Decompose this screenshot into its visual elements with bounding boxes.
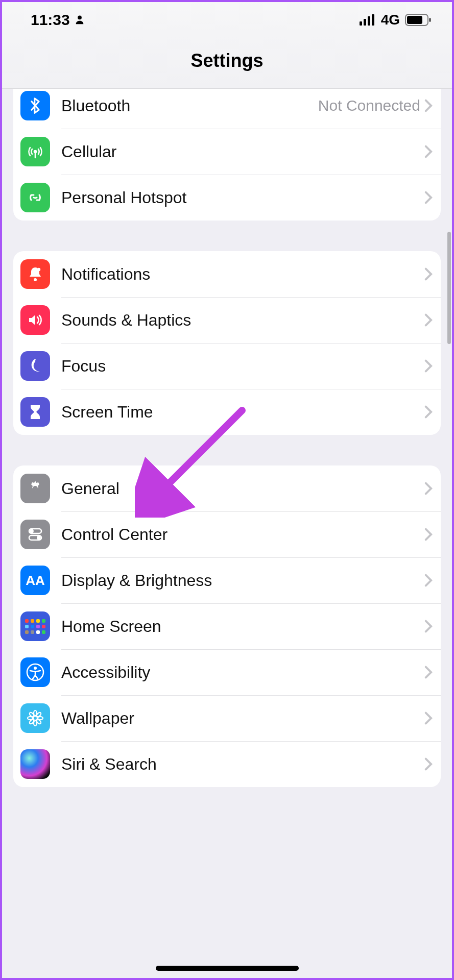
bluetooth-icon xyxy=(20,91,50,120)
page-title: Settings xyxy=(190,50,263,71)
svg-point-17 xyxy=(34,667,37,670)
settings-group-general: General Control Center AA Display & Brig… xyxy=(13,465,441,787)
row-wallpaper[interactable]: Wallpaper xyxy=(13,695,441,741)
chevron-right-icon xyxy=(424,145,433,158)
row-sounds[interactable]: Sounds & Haptics xyxy=(13,297,441,343)
row-siri[interactable]: Siri & Search xyxy=(13,741,441,787)
row-label: Display & Brightness xyxy=(61,571,424,590)
person-icon xyxy=(74,14,85,26)
speaker-icon xyxy=(20,305,50,335)
chevron-right-icon xyxy=(424,757,433,771)
nav-header: Settings xyxy=(2,33,452,89)
settings-group-notifications: Notifications Sounds & Haptics Focus xyxy=(13,251,441,435)
hourglass-icon xyxy=(20,397,50,427)
chevron-right-icon xyxy=(424,99,433,112)
flower-icon xyxy=(20,703,50,733)
row-label: Control Center xyxy=(61,525,424,544)
row-label: Focus xyxy=(61,357,424,376)
row-notifications[interactable]: Notifications xyxy=(13,251,441,297)
row-screentime[interactable]: Screen Time xyxy=(13,389,441,435)
svg-rect-7 xyxy=(429,18,431,22)
row-accessibility[interactable]: Accessibility xyxy=(13,649,441,695)
text-size-icon: AA xyxy=(20,566,50,595)
chevron-right-icon xyxy=(424,528,433,541)
cellular-signal-icon xyxy=(360,14,376,26)
row-label: Accessibility xyxy=(61,663,424,682)
scrollbar-thumb[interactable] xyxy=(447,232,451,344)
chevron-right-icon xyxy=(424,359,433,373)
settings-group-connectivity: Bluetooth Not Connected Cellular Persona… xyxy=(13,89,441,220)
row-label: Cellular xyxy=(61,142,424,161)
row-label: Sounds & Haptics xyxy=(61,311,424,330)
gear-icon xyxy=(20,474,50,503)
row-display[interactable]: AA Display & Brightness xyxy=(13,557,441,603)
svg-rect-6 xyxy=(407,16,422,24)
row-label: Bluetooth xyxy=(61,96,318,115)
svg-rect-2 xyxy=(364,19,366,26)
svg-point-0 xyxy=(78,16,82,20)
row-bluetooth[interactable]: Bluetooth Not Connected xyxy=(13,89,441,129)
moon-icon xyxy=(20,351,50,381)
row-label: Screen Time xyxy=(61,403,424,422)
chevron-right-icon xyxy=(424,620,433,633)
svg-point-13 xyxy=(30,530,33,532)
status-bar: 11:33 4G xyxy=(2,2,452,33)
row-label: Siri & Search xyxy=(61,755,424,774)
chevron-right-icon xyxy=(424,712,433,725)
row-cellular[interactable]: Cellular xyxy=(13,129,441,175)
app-grid-icon xyxy=(20,611,50,641)
row-focus[interactable]: Focus xyxy=(13,343,441,389)
chevron-right-icon xyxy=(424,405,433,419)
row-hotspot[interactable]: Personal Hotspot xyxy=(13,175,441,220)
row-label: General xyxy=(61,479,424,498)
chevron-right-icon xyxy=(424,191,433,204)
row-value: Not Connected xyxy=(318,97,420,114)
svg-rect-3 xyxy=(368,16,370,26)
link-icon xyxy=(20,183,50,212)
toggles-icon xyxy=(20,520,50,549)
svg-point-10 xyxy=(37,268,40,271)
status-time: 11:33 xyxy=(31,11,70,29)
svg-point-15 xyxy=(37,536,40,539)
svg-rect-4 xyxy=(372,14,374,26)
row-label: Wallpaper xyxy=(61,709,424,728)
chevron-right-icon xyxy=(424,267,433,281)
bell-icon xyxy=(20,259,50,289)
chevron-right-icon xyxy=(424,666,433,679)
settings-screen: 11:33 4G Settings Bluetooth xyxy=(2,2,452,978)
chevron-right-icon xyxy=(424,313,433,327)
svg-point-9 xyxy=(34,278,37,281)
settings-scroll[interactable]: Bluetooth Not Connected Cellular Persona… xyxy=(2,89,452,978)
chevron-right-icon xyxy=(424,482,433,495)
row-homescreen[interactable]: Home Screen xyxy=(13,603,441,649)
network-label: 4G xyxy=(381,12,400,28)
battery-icon xyxy=(405,14,432,26)
chevron-right-icon xyxy=(424,574,433,587)
row-label: Notifications xyxy=(61,265,424,284)
siri-icon xyxy=(20,749,50,779)
row-label: Personal Hotspot xyxy=(61,188,424,207)
home-indicator[interactable] xyxy=(156,966,299,971)
row-controlcenter[interactable]: Control Center xyxy=(13,511,441,557)
svg-rect-1 xyxy=(360,21,362,26)
row-label: Home Screen xyxy=(61,617,424,636)
svg-point-11 xyxy=(33,486,38,491)
row-general[interactable]: General xyxy=(13,465,441,511)
antenna-icon xyxy=(20,137,50,166)
accessibility-icon xyxy=(20,657,50,687)
